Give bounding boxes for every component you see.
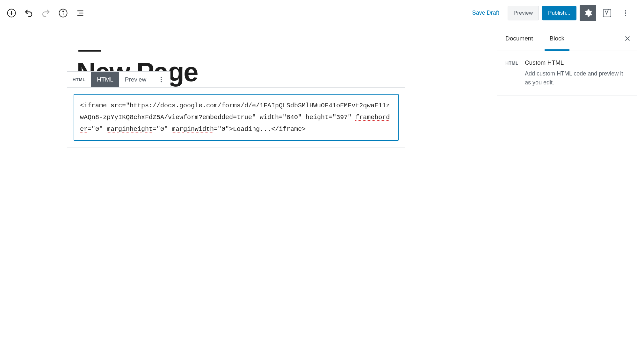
svg-point-14 <box>161 79 162 80</box>
undo-button[interactable] <box>21 5 36 21</box>
sidebar-close-button[interactable] <box>618 26 637 51</box>
custom-html-block[interactable]: HTML HTML Preview <iframe src="https://d… <box>67 87 405 147</box>
block-tab-preview[interactable]: Preview <box>119 72 152 87</box>
code-text: ="0" <box>88 125 107 133</box>
undo-icon <box>24 8 33 18</box>
yoast-icon <box>602 8 612 18</box>
block-more-button[interactable] <box>152 72 170 87</box>
svg-point-5 <box>63 11 64 12</box>
sidebar-block-panel: HTML Custom HTML Add custom HTML code an… <box>497 51 637 96</box>
block-toolbar: HTML HTML Preview <box>67 71 170 88</box>
block-type-icon[interactable]: HTML <box>67 72 91 87</box>
dots-vertical-icon <box>158 76 165 83</box>
sidebar-block-title: Custom HTML <box>525 59 629 66</box>
sidebar-tabs: Document Block <box>497 26 637 51</box>
redo-icon <box>41 8 51 18</box>
html-textarea[interactable]: <iframe src="https://docs.google.com/for… <box>74 94 399 141</box>
save-draft-button[interactable]: Save Draft <box>467 6 504 19</box>
settings-sidebar: Document Block HTML Custom HTML Add cust… <box>497 26 637 364</box>
yoast-button[interactable] <box>599 5 615 21</box>
block-type-segment: HTML <box>67 72 91 87</box>
info-circle-icon <box>58 8 68 18</box>
block-inner: <iframe src="https://docs.google.com/for… <box>67 88 405 147</box>
toolbar-right-group: Save Draft Preview Publish... <box>467 5 633 21</box>
code-text: ="0">Loading...</iframe> <box>214 125 306 133</box>
sidebar-block-icon: HTML <box>505 59 518 87</box>
redo-button[interactable] <box>38 5 54 21</box>
outline-icon <box>76 9 85 18</box>
code-text: ="0" <box>153 125 172 133</box>
svg-point-15 <box>161 81 162 82</box>
gear-icon <box>583 9 592 18</box>
code-text: <iframe src="https://docs.google.com/for… <box>80 102 390 121</box>
dots-vertical-icon <box>622 9 629 17</box>
sidebar-tab-document[interactable]: Document <box>497 26 541 51</box>
publish-button[interactable]: Publish... <box>542 6 576 20</box>
html-code-content[interactable]: <iframe src="https://docs.google.com/for… <box>80 100 392 135</box>
toolbar-left-group <box>4 5 88 21</box>
outline-button[interactable] <box>73 5 88 21</box>
block-view-tabs: HTML Preview <box>91 72 152 87</box>
svg-point-10 <box>625 10 626 11</box>
close-icon <box>624 35 631 42</box>
more-menu-button[interactable] <box>618 5 633 21</box>
editor-canvas[interactable]: New Page HTML HTML Preview <box>0 26 497 364</box>
svg-point-12 <box>625 15 626 16</box>
editor-top-toolbar: Save Draft Preview Publish... <box>0 0 637 26</box>
sidebar-block-description: Add custom HTML code and preview it as y… <box>525 69 629 87</box>
block-tab-html[interactable]: HTML <box>91 72 119 87</box>
sidebar-tab-block[interactable]: Block <box>541 26 573 51</box>
add-block-button[interactable] <box>4 5 19 21</box>
code-attr-marginwidth: marginwidth <box>172 125 214 133</box>
svg-point-11 <box>625 12 626 14</box>
sidebar-block-header: HTML Custom HTML Add custom HTML code an… <box>505 59 629 87</box>
sidebar-block-meta: Custom HTML Add custom HTML code and pre… <box>525 59 629 87</box>
editor-layout: New Page HTML HTML Preview <box>0 26 637 364</box>
preview-button[interactable]: Preview <box>508 6 539 20</box>
title-separator <box>78 50 101 52</box>
svg-point-13 <box>161 77 162 78</box>
code-attr-marginheight: marginheight <box>107 125 153 133</box>
plus-circle-icon <box>7 8 16 18</box>
settings-button[interactable] <box>580 5 596 21</box>
content-wrap: New Page HTML HTML Preview <box>0 50 338 147</box>
info-button[interactable] <box>55 5 71 21</box>
